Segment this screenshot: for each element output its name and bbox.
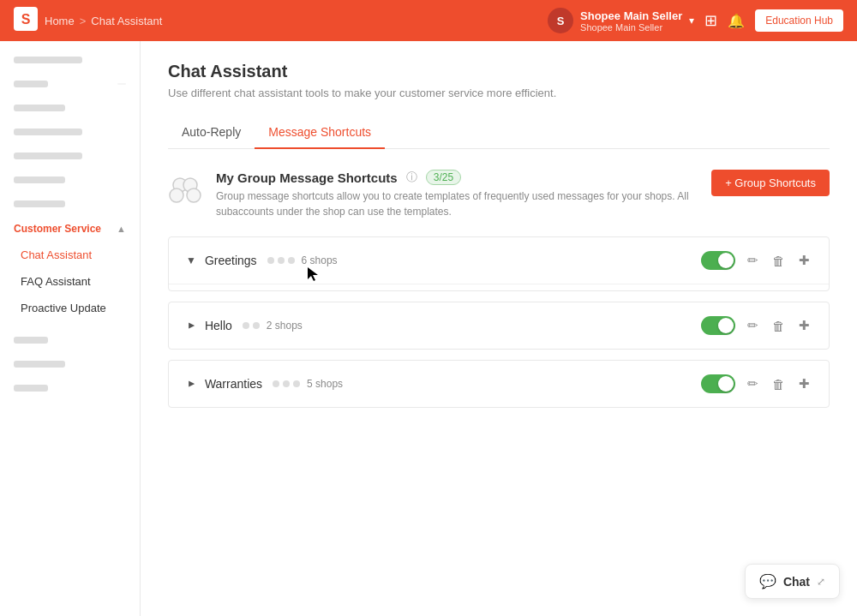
sidebar-item-1[interactable] xyxy=(0,48,140,72)
sidebar-item-2[interactable] xyxy=(0,72,140,96)
section-title-row: My Group Message Shortcuts ⓘ 3/25 xyxy=(216,170,698,185)
shortcut-group-greetings-header[interactable]: ▼ Greetings 6 shops xyxy=(169,237,829,284)
main-layout: Customer Service ▲ Chat Assistant FAQ As… xyxy=(0,0,857,616)
warranties-chevron-icon: ▼ xyxy=(185,379,197,389)
grid-icon[interactable]: ⊞ xyxy=(704,11,717,30)
chat-message-icon: 💬 xyxy=(759,573,776,589)
top-navigation: S Home > Chat Assistant S Shopee Main Se… xyxy=(0,0,857,41)
warranties-add-icon[interactable]: ✚ xyxy=(797,374,812,393)
chat-button-label: Chat xyxy=(783,575,810,589)
hello-dots xyxy=(243,322,260,329)
svg-point-4 xyxy=(170,188,183,202)
greetings-delete-icon[interactable]: 🗑 xyxy=(770,252,787,270)
section-title: My Group Message Shortcuts xyxy=(216,170,398,185)
shortcut-group-hello: ▼ Hello 2 shops ✏ � xyxy=(168,302,830,350)
chat-button[interactable]: 💬 Chat ⤢ xyxy=(745,564,840,599)
greetings-expanded-area xyxy=(169,284,829,290)
hello-delete-icon[interactable]: 🗑 xyxy=(770,317,787,335)
bell-icon[interactable]: 🔔 xyxy=(728,13,745,29)
sidebar-item-10[interactable] xyxy=(0,376,140,400)
greetings-edit-icon[interactable]: ✏ xyxy=(746,251,760,270)
main-content: Chat Assistant Use different chat assist… xyxy=(141,41,857,616)
content-area: Chat Assistant Use different chat assist… xyxy=(141,41,857,616)
warranties-edit-icon[interactable]: ✏ xyxy=(746,374,760,393)
greetings-shops: 6 shops xyxy=(302,254,338,266)
sidebar-item-3[interactable] xyxy=(0,96,140,120)
sidebar-item-faq-assistant[interactable]: FAQ Assistant xyxy=(0,268,140,295)
shortcut-group-warranties-header[interactable]: ▼ Warranties 5 shops xyxy=(169,361,829,407)
topnav-right: S Shopee Main Seller Shopee Main Seller … xyxy=(548,8,843,33)
hello-chevron-icon: ▼ xyxy=(185,320,197,331)
hello-toggle[interactable] xyxy=(701,316,735,335)
section-description: Group message shortcuts allow you to cre… xyxy=(216,188,698,219)
shopee-logo: S xyxy=(14,7,38,35)
greetings-actions: ✏ 🗑 ✚ xyxy=(701,251,812,270)
svg-point-5 xyxy=(187,188,201,202)
sidebar-item-proactive-update[interactable]: Proactive Update xyxy=(0,295,140,321)
warranties-delete-icon[interactable]: 🗑 xyxy=(770,375,787,393)
education-hub-button[interactable]: Education Hub xyxy=(755,9,843,32)
section-info: My Group Message Shortcuts ⓘ 3/25 Group … xyxy=(216,170,698,219)
customer-service-label: Customer Service xyxy=(14,223,101,235)
warranties-toggle[interactable] xyxy=(701,374,735,393)
sidebar: Customer Service ▲ Chat Assistant FAQ As… xyxy=(0,41,141,616)
hello-shops: 2 shops xyxy=(267,320,303,332)
page-title: Chat Assistant xyxy=(168,62,830,81)
tab-bar: Auto-Reply Message Shortcuts xyxy=(168,117,830,149)
sidebar-item-6[interactable] xyxy=(0,168,140,192)
breadcrumb-current: Chat Assistant xyxy=(91,15,162,27)
sidebar-item-8[interactable] xyxy=(0,328,140,352)
section-chevron-icon: ▲ xyxy=(117,224,126,234)
greetings-name: Greetings xyxy=(205,254,257,267)
warranties-name: Warranties xyxy=(205,377,262,391)
greetings-dots xyxy=(267,257,295,264)
sidebar-item-chat-assistant[interactable]: Chat Assistant xyxy=(0,242,140,268)
warranties-actions: ✏ 🗑 ✚ xyxy=(701,374,812,393)
group-shortcuts-icon xyxy=(168,173,202,207)
seller-name: Shopee Main Seller xyxy=(580,9,682,22)
section-badge: 3/25 xyxy=(426,170,461,185)
section-header: My Group Message Shortcuts ⓘ 3/25 Group … xyxy=(168,170,830,219)
seller-chevron-icon: ▾ xyxy=(689,15,694,27)
seller-sub: Shopee Main Seller xyxy=(580,22,682,33)
info-icon: ⓘ xyxy=(406,170,417,185)
chat-expand-icon: ⤢ xyxy=(817,576,825,588)
seller-info[interactable]: S Shopee Main Seller Shopee Main Seller … xyxy=(548,8,694,33)
hello-edit-icon[interactable]: ✏ xyxy=(746,316,760,335)
sidebar-item-5[interactable] xyxy=(0,144,140,168)
greetings-chevron-icon: ▼ xyxy=(186,254,196,266)
shortcut-group-hello-header[interactable]: ▼ Hello 2 shops ✏ � xyxy=(169,302,829,349)
breadcrumb: Home > Chat Assistant xyxy=(45,15,162,27)
sidebar-item-7[interactable] xyxy=(0,192,140,216)
customer-service-section[interactable]: Customer Service ▲ xyxy=(0,216,140,242)
svg-text:S: S xyxy=(21,12,31,27)
page-description: Use different chat assistant tools to ma… xyxy=(168,87,830,99)
chat-button-container: 💬 Chat ⤢ xyxy=(745,564,840,599)
breadcrumb-home[interactable]: Home xyxy=(45,15,75,27)
seller-details: Shopee Main Seller Shopee Main Seller xyxy=(580,9,682,33)
seller-avatar: S xyxy=(548,8,573,33)
hello-add-icon[interactable]: ✚ xyxy=(797,316,812,335)
tab-auto-reply[interactable]: Auto-Reply xyxy=(168,117,255,149)
sidebar-item-9[interactable] xyxy=(0,352,140,376)
greetings-toggle[interactable] xyxy=(701,251,735,270)
warranties-dots xyxy=(273,380,300,387)
hello-actions: ✏ 🗑 ✚ xyxy=(701,316,812,335)
add-group-shortcuts-button[interactable]: + Group Shortcuts xyxy=(711,170,830,196)
shortcut-group-greetings: ▼ Greetings 6 shops xyxy=(168,236,830,291)
tab-message-shortcuts[interactable]: Message Shortcuts xyxy=(255,117,385,149)
shortcut-groups-list: ▼ Greetings 6 shops xyxy=(168,236,830,408)
hello-name: Hello xyxy=(205,319,232,332)
sidebar-item-4[interactable] xyxy=(0,120,140,144)
breadcrumb-separator: > xyxy=(80,15,87,27)
warranties-shops: 5 shops xyxy=(307,378,343,390)
greetings-add-icon[interactable]: ✚ xyxy=(797,251,812,270)
shortcut-group-warranties: ▼ Warranties 5 shops xyxy=(168,360,830,408)
